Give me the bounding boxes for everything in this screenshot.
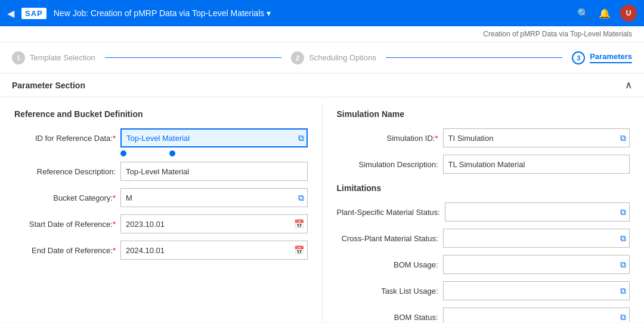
required-marker: * — [113, 134, 116, 143]
breadcrumb: Creation of pMRP Data via Top-Level Mate… — [0, 26, 644, 42]
input-wrap-end-date: 📅 — [120, 241, 308, 260]
input-wrap-bom-status: ⧉ — [443, 307, 630, 322]
form-row-start-date: Start Date of Reference:* 📅 — [14, 214, 308, 233]
step-line-2 — [386, 57, 562, 58]
input-wrap-task-list: ⧉ — [443, 281, 630, 300]
form-row-sim-id: Simulation ID:* ⧉ — [337, 128, 630, 147]
selection-handle-left[interactable] — [120, 150, 126, 156]
input-wrap-sim-desc — [443, 155, 630, 174]
input-start-date[interactable] — [120, 214, 308, 233]
form-area: Reference and Bucket Definition ID for R… — [0, 97, 644, 322]
input-task-list[interactable] — [443, 281, 630, 300]
input-sim-id[interactable] — [443, 128, 630, 147]
wizard-step-3[interactable]: 3 Parameters — [572, 51, 632, 64]
label-end-date: End Date of Reference:* — [14, 246, 116, 255]
copy-icon-sim-id[interactable]: ⧉ — [620, 133, 626, 143]
label-cross-plant: Cross-Plant Material Status: — [337, 234, 438, 243]
sap-logo: SAP — [21, 8, 47, 19]
copy-icon-task-list[interactable]: ⧉ — [620, 286, 626, 296]
required-marker-sim-id: * — [435, 134, 438, 143]
form-row-end-date: End Date of Reference:* 📅 — [14, 241, 308, 260]
label-sim-id: Simulation ID:* — [337, 134, 438, 143]
form-row-sim-desc: Simulation Description: — [337, 155, 630, 174]
input-wrap-id-reference: ⧉ — [120, 128, 308, 147]
input-wrap-bom-usage: ⧉ — [443, 255, 630, 274]
wizard-step-1[interactable]: 1 Template Selection — [12, 51, 95, 64]
input-sim-desc[interactable] — [443, 155, 630, 174]
form-row-cross-plant: Cross-Plant Material Status: ⧉ — [337, 229, 630, 248]
header-title: New Job: Creation of pMRP Data via Top-L… — [54, 8, 570, 18]
copy-icon-cross-plant[interactable]: ⧉ — [620, 233, 626, 244]
simulation-title: Simulation Name — [337, 109, 630, 119]
required-marker-bucket: * — [113, 193, 116, 202]
wizard-steps: 1 Template Selection 2 Scheduling Option… — [0, 42, 644, 73]
required-marker-start: * — [113, 220, 116, 229]
label-bom-usage: BOM Usage: — [337, 260, 438, 269]
step-circle-3: 3 — [572, 51, 585, 64]
form-row-bucket: Bucket Category:* ⧉ — [14, 188, 308, 207]
form-left: Reference and Bucket Definition ID for R… — [0, 97, 322, 322]
step-label-3: Parameters — [590, 52, 632, 63]
copy-icon-id-reference[interactable]: ⧉ — [298, 133, 304, 143]
copy-icon-bom-usage[interactable]: ⧉ — [620, 260, 626, 270]
form-row-bom-usage: BOM Usage: ⧉ — [337, 255, 630, 274]
label-plant-status: Plant-Specific Material Status: — [337, 208, 440, 217]
calendar-icon-start[interactable]: 📅 — [294, 219, 304, 229]
copy-icon-bucket[interactable]: ⧉ — [298, 193, 304, 203]
app-header: ◀ SAP New Job: Creation of pMRP Data via… — [0, 0, 644, 26]
search-icon[interactable]: 🔍 — [577, 8, 589, 19]
input-ref-desc[interactable] — [120, 162, 308, 181]
input-bom-status[interactable] — [443, 307, 630, 322]
step-line-1 — [105, 57, 281, 58]
required-marker-end: * — [113, 246, 116, 255]
label-bucket: Bucket Category:* — [14, 193, 116, 202]
label-start-date: Start Date of Reference:* — [14, 220, 116, 229]
input-wrap-plant-status: ⧉ — [445, 202, 630, 222]
input-wrap-start-date: 📅 — [120, 214, 308, 233]
input-wrap-ref-desc — [120, 162, 308, 181]
input-wrap-sim-id: ⧉ — [443, 128, 630, 147]
step-label-2: Scheduling Options — [309, 53, 376, 62]
form-row-plant-status: Plant-Specific Material Status: ⧉ — [337, 202, 630, 222]
avatar[interactable]: U — [620, 5, 637, 21]
copy-icon-bom-status[interactable]: ⧉ — [620, 312, 626, 322]
input-bucket[interactable] — [120, 188, 308, 207]
left-group-title: Reference and Bucket Definition — [14, 109, 308, 119]
selection-handles — [120, 151, 240, 157]
content-area: Parameter Section ∧ Reference and Bucket… — [0, 73, 644, 322]
label-bom-status: BOM Status: — [337, 313, 438, 322]
label-sim-desc: Simulation Description: — [337, 160, 438, 169]
step-circle-1: 1 — [12, 51, 25, 64]
section-header: Parameter Section ∧ — [0, 73, 644, 97]
input-wrap-bucket: ⧉ — [120, 188, 308, 207]
header-actions: 🔍 🔔 U — [577, 5, 637, 21]
input-bom-usage[interactable] — [443, 255, 630, 274]
back-button[interactable]: ◀ — [7, 8, 14, 19]
input-cross-plant[interactable] — [443, 229, 630, 248]
collapse-button[interactable]: ∧ — [625, 79, 632, 91]
section-title: Parameter Section — [12, 81, 85, 90]
notification-icon[interactable]: 🔔 — [599, 8, 611, 19]
form-row-task-list: Task List Usage: ⧉ — [337, 281, 630, 300]
input-plant-status[interactable] — [445, 202, 630, 222]
wizard-step-2[interactable]: 2 Scheduling Options — [291, 51, 376, 64]
form-row-bom-status: BOM Status: ⧉ — [337, 307, 630, 322]
label-ref-desc: Reference Description: — [14, 167, 116, 176]
step-circle-2: 2 — [291, 51, 304, 64]
form-row-ref-desc: Reference Description: — [14, 162, 308, 181]
label-task-list: Task List Usage: — [337, 287, 438, 296]
label-id-reference: ID for Reference Data:* — [14, 134, 116, 143]
selection-handle-right[interactable] — [169, 150, 175, 156]
input-id-reference[interactable] — [120, 128, 308, 147]
form-right: Simulation Name Simulation ID:* ⧉ Simula… — [323, 97, 645, 322]
input-wrap-cross-plant: ⧉ — [443, 229, 630, 248]
copy-icon-plant-status[interactable]: ⧉ — [620, 207, 626, 217]
step-label-1: Template Selection — [30, 53, 95, 62]
limitations-title: Limitations — [337, 183, 630, 193]
input-end-date[interactable] — [120, 241, 308, 260]
form-row-id-reference: ID for Reference Data:* ⧉ — [14, 128, 308, 147]
calendar-icon-end[interactable]: 📅 — [294, 245, 304, 255]
